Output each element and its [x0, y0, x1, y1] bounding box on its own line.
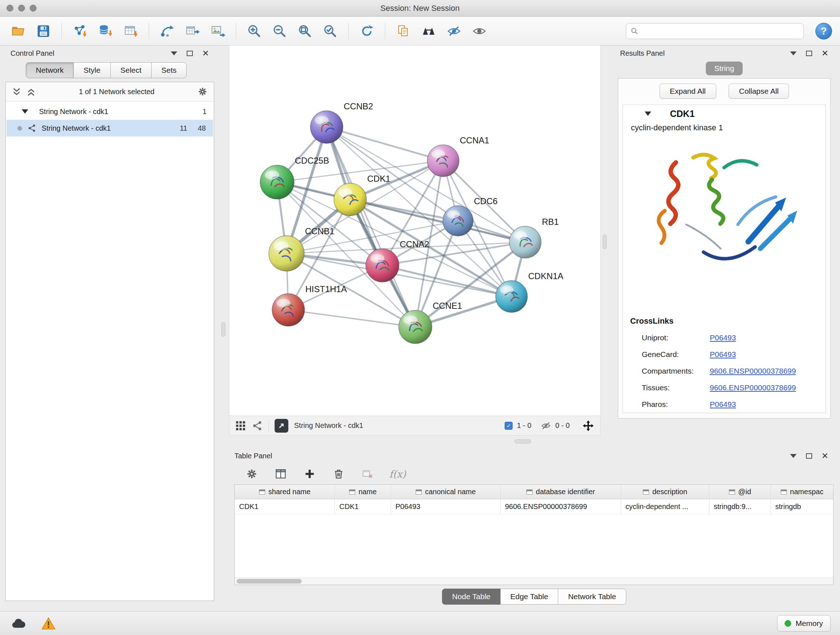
- network-options-button[interactable]: [197, 87, 208, 97]
- column-header[interactable]: name: [335, 485, 391, 499]
- search-input[interactable]: [641, 27, 799, 35]
- share-view-icon[interactable]: [252, 420, 263, 431]
- network-collection-row[interactable]: String Network - cdk1 1: [6, 103, 214, 120]
- save-session-button[interactable]: [33, 21, 54, 42]
- float-panel-icon[interactable]: [806, 453, 812, 459]
- collapse-all-button[interactable]: Collapse All: [729, 84, 789, 99]
- hidden-eye-slash-icon[interactable]: [541, 421, 551, 431]
- show-columns-button[interactable]: [273, 467, 288, 481]
- network-node[interactable]: CDK1: [334, 174, 390, 216]
- expand-all-icon[interactable]: [26, 87, 36, 97]
- right-splitter-handle[interactable]: [603, 234, 607, 249]
- control-panel-header: Control Panel: [5, 46, 214, 61]
- create-column-button[interactable]: [302, 467, 317, 481]
- uniprot-link[interactable]: P06493: [710, 333, 736, 342]
- copy-button[interactable]: [393, 21, 414, 42]
- genecard-link[interactable]: P06493: [710, 350, 736, 359]
- minimize-window-button[interactable]: [18, 5, 25, 11]
- float-panel-icon[interactable]: [806, 51, 812, 56]
- refresh-view-button[interactable]: [357, 21, 377, 42]
- new-network-button[interactable]: [157, 21, 177, 42]
- left-splitter-handle[interactable]: [221, 322, 225, 337]
- network-node[interactable]: CCNB1: [269, 226, 334, 271]
- scrollbar-thumb[interactable]: [237, 579, 302, 584]
- float-panel-icon[interactable]: [187, 51, 193, 56]
- node-label: CDC6: [474, 196, 497, 206]
- first-neighbors-button[interactable]: [418, 21, 439, 42]
- zoom-in-button[interactable]: [244, 21, 264, 42]
- horizontal-splitter[interactable]: [214, 435, 840, 448]
- tissues-link[interactable]: 9606.ENSP00000378699: [710, 383, 796, 392]
- memory-button[interactable]: Memory: [777, 615, 831, 632]
- main-column: CCNB2CCNA1CDC25BCDK1CDC6RB1CCNB1CCNA2CDK…: [214, 46, 840, 611]
- panel-menu-icon[interactable]: [790, 454, 797, 458]
- zoom-window-button[interactable]: [30, 5, 36, 11]
- column-header[interactable]: database identifier: [501, 485, 621, 499]
- pan-crosshair-icon[interactable]: [582, 420, 594, 432]
- delete-table-button[interactable]: [360, 467, 375, 481]
- close-panel-icon[interactable]: [202, 49, 209, 57]
- grid-view-icon[interactable]: [235, 420, 246, 431]
- string-results-tab[interactable]: String: [706, 62, 743, 75]
- close-window-button[interactable]: [6, 5, 13, 11]
- network-node[interactable]: CDKN1A: [496, 271, 563, 312]
- open-session-button[interactable]: [8, 21, 28, 42]
- export-image-button[interactable]: [208, 21, 228, 42]
- zoom-out-button[interactable]: [270, 21, 290, 42]
- tab-sets[interactable]: Sets: [151, 62, 187, 78]
- expand-all-button[interactable]: Expand All: [660, 84, 716, 99]
- hide-selected-button[interactable]: [444, 21, 464, 42]
- network-node[interactable]: CCNA1: [427, 135, 489, 177]
- function-builder-button[interactable]: f(x): [389, 467, 406, 481]
- table-row[interactable]: CDK1 CDK1 P06493 9606.ENSP00000378699 cy…: [235, 499, 833, 515]
- delete-column-button[interactable]: [332, 467, 346, 481]
- tab-network[interactable]: Network: [26, 62, 74, 78]
- show-all-button[interactable]: [469, 21, 489, 42]
- results-panel-title: Results Panel: [620, 49, 665, 57]
- tab-network-table[interactable]: Network Table: [558, 589, 626, 605]
- tab-edge-table[interactable]: Edge Table: [500, 589, 559, 605]
- help-button[interactable]: ?: [815, 23, 832, 40]
- table-options-button[interactable]: [245, 467, 259, 481]
- horizontal-scrollbar[interactable]: [235, 578, 833, 585]
- network-node[interactable]: HIST1H1A: [272, 284, 347, 326]
- network-node[interactable]: CCNE1: [399, 301, 462, 344]
- cloud-status-button[interactable]: [9, 616, 28, 631]
- import-network-file-button[interactable]: [70, 21, 90, 42]
- tab-select[interactable]: Select: [111, 62, 152, 78]
- import-table-button[interactable]: [120, 21, 141, 42]
- network-node[interactable]: RB1: [509, 217, 559, 258]
- gene-symbol: CDK1: [670, 109, 695, 119]
- birdseye-view-button[interactable]: [275, 419, 288, 432]
- crosslink-label: GeneCard:: [642, 350, 710, 359]
- zoom-selected-button[interactable]: [320, 21, 340, 42]
- collapse-all-icon[interactable]: [11, 87, 22, 97]
- export-table-button[interactable]: [182, 21, 202, 42]
- column-header[interactable]: canonical name: [391, 485, 501, 499]
- column-header[interactable]: @id: [709, 485, 771, 499]
- column-header[interactable]: description: [621, 485, 709, 499]
- column-header[interactable]: shared name: [235, 485, 335, 499]
- selected-checkbox-icon[interactable]: [505, 422, 513, 430]
- compartments-link[interactable]: 9606.ENSP00000378699: [710, 367, 796, 375]
- close-panel-icon[interactable]: [821, 49, 829, 57]
- close-panel-icon[interactable]: [821, 452, 829, 460]
- pharos-link[interactable]: P06493: [710, 400, 736, 409]
- panel-menu-icon[interactable]: [171, 51, 177, 55]
- toolbar-separator: [385, 23, 385, 40]
- tab-node-table[interactable]: Node Table: [442, 589, 501, 605]
- network-row-selected[interactable]: String Network - cdk1 11 48: [6, 120, 213, 136]
- tab-style[interactable]: Style: [73, 62, 111, 78]
- gene-section-header[interactable]: CDK1: [623, 105, 826, 122]
- zoom-fit-button[interactable]: [295, 21, 315, 42]
- table-header-row: shared name name canonical name database…: [235, 485, 833, 499]
- network-canvas[interactable]: CCNB2CCNA1CDC25BCDK1CDC6RB1CCNB1CCNA2CDK…: [229, 46, 600, 416]
- splitter-handle[interactable]: [515, 440, 531, 443]
- disclosure-triangle-icon[interactable]: [645, 111, 651, 116]
- column-header[interactable]: namespac: [771, 485, 833, 499]
- protein-structure-container: [623, 136, 826, 315]
- import-network-database-button[interactable]: [95, 21, 115, 42]
- warnings-button[interactable]: [39, 616, 58, 631]
- panel-menu-icon[interactable]: [790, 51, 797, 55]
- disclosure-triangle-icon[interactable]: [22, 109, 28, 114]
